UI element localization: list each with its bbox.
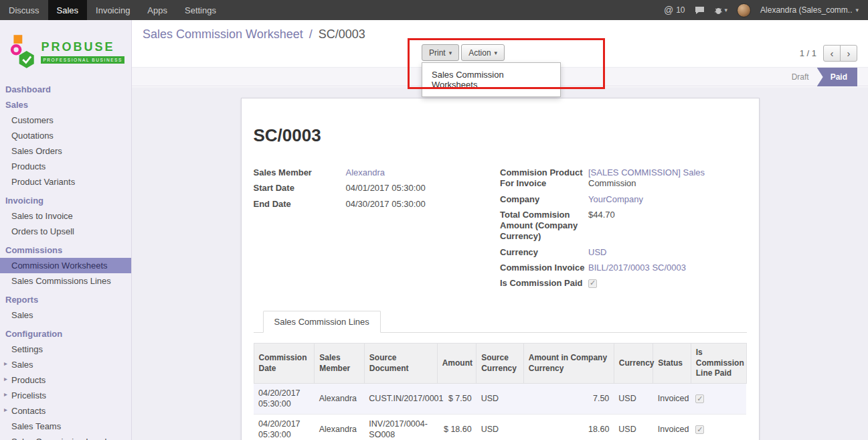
topbar-systray: @ 10 ▾ Alexandra (Sales_comm.. ▾ [664, 0, 868, 20]
sidebar-item-pricelists[interactable]: ▸Pricelists [0, 388, 131, 403]
column-header-amount[interactable]: Amount [437, 344, 476, 384]
messages-icon[interactable] [695, 6, 705, 15]
statusbar: Draft Paid [784, 68, 857, 86]
breadcrumb: Sales Commission Worksheet / SC/0003 [143, 27, 365, 42]
field-group-left: Sales Member Alexandra Start Date 04/01/… [254, 167, 501, 293]
cell-amount-company: 7.50 [523, 384, 614, 415]
status-paid-badge[interactable]: Paid [817, 68, 857, 86]
sidebar-item-quotations[interactable]: Quotations [0, 128, 131, 143]
status-draft[interactable]: Draft [784, 68, 817, 86]
tab-sales-commission-lines[interactable]: Sales Commission Lines [263, 311, 381, 333]
probuse-logo-icon [9, 32, 36, 71]
table-row[interactable]: 04/20/2017 05:30:00 Alexandra INV/2017/0… [254, 414, 746, 440]
top-menu-apps[interactable]: Apps [139, 0, 176, 20]
cell-amount: $ 18.60 [437, 414, 476, 440]
commission-invoice-link[interactable]: BILL/2017/0003 SC/0003 [588, 263, 686, 273]
sidebar-item-sales-commission-levels[interactable]: Sales Commission Levels [0, 434, 131, 440]
cell-commission-date: 04/20/2017 05:30:00 [254, 384, 315, 415]
form-view-container: SC/0003 Sales Member Alexandra Start Dat… [132, 87, 868, 440]
sidebar-item-config-products[interactable]: ▸Products [0, 372, 131, 388]
column-header-sales-member[interactable]: Sales Member [315, 344, 365, 384]
probuse-logo[interactable]: PROBUSE PROFESSIONAL BUSINESS [0, 20, 131, 80]
field-label: Currency [500, 247, 588, 258]
top-menu-settings[interactable]: Settings [176, 0, 225, 20]
pager-previous-button[interactable]: ‹ [823, 45, 841, 62]
sidebar-section-reports[interactable]: Reports [0, 292, 131, 307]
mention-count: 10 [676, 5, 685, 15]
action-button-label: Action [468, 48, 491, 58]
cell-line-paid [691, 384, 746, 415]
sidebar-item-sales-to-invoice[interactable]: Sales to Invoice [0, 208, 131, 224]
sidebar-item-orders-to-upsell[interactable]: Orders to Upsell [0, 224, 131, 239]
cell-source-document: CUST.IN/2017/0001 [364, 384, 437, 415]
notebook-tabs: Sales Commission Lines [254, 311, 747, 333]
is-commission-paid-checkbox [588, 279, 597, 288]
sidebar-item-commission-worksheets[interactable]: Commission Worksheets [0, 258, 131, 273]
total-commission-value: $44.70 [588, 210, 615, 220]
sidebar-section-commissions[interactable]: Commissions [0, 242, 131, 258]
sidebar-item-settings[interactable]: Settings [0, 342, 131, 357]
sidebar-item-sales-orders[interactable]: Sales Orders [0, 143, 131, 159]
sidebar-menu: Dashboard Sales Customers Quotations Sal… [0, 80, 131, 440]
top-navbar: Discuss Sales Invoicing Apps Settings @ … [0, 0, 868, 20]
sidebar-item-label: Products [11, 375, 46, 385]
sales-member-link[interactable]: Alexandra [346, 167, 385, 177]
column-header-source-currency[interactable]: Source Currency [476, 344, 524, 384]
cell-sales-member: Alexandra [315, 414, 365, 440]
column-header-currency[interactable]: Currency [614, 344, 653, 384]
column-header-commission-date[interactable]: Commission Date [254, 344, 315, 384]
sidebar-item-config-sales[interactable]: ▸Sales [0, 357, 131, 372]
pager-next-button[interactable]: › [840, 45, 857, 62]
start-date-value: 04/01/2017 05:30:00 [346, 183, 426, 194]
table-row[interactable]: 04/20/2017 05:30:00 Alexandra CUST.IN/20… [254, 384, 746, 415]
caret-right-icon: ▸ [4, 390, 7, 398]
cell-source-currency: USD [476, 384, 524, 415]
pager-value: 1 / 1 [800, 48, 816, 58]
cell-status: Invoiced [653, 414, 691, 440]
chat-bubble-icon [695, 6, 705, 15]
sidebar-item-label: Contacts [11, 406, 46, 416]
menu-item-sales-commission-worksheets[interactable]: Sales Commission Worksheets [422, 66, 560, 93]
field-label: Total Commision Amount (Company Currency… [500, 210, 588, 242]
debug-icon[interactable]: ▾ [714, 6, 728, 15]
sidebar-item-products[interactable]: Products [0, 159, 131, 174]
sidebar-item-sales[interactable]: Sales [0, 97, 131, 113]
currency-link[interactable]: USD [588, 247, 606, 257]
column-header-status[interactable]: Status [653, 344, 691, 384]
print-button[interactable]: Print ▾ [422, 44, 459, 61]
action-button[interactable]: Action ▾ [461, 44, 505, 61]
sidebar-section-invoicing[interactable]: Invoicing [0, 193, 131, 208]
logo-text: PROBUSE PROFESSIONAL BUSINESS [41, 40, 124, 64]
column-header-amount-company[interactable]: Amount in Company Currency [523, 344, 614, 384]
sidebar-item-product-variants[interactable]: Product Variants [0, 174, 131, 190]
user-name: Alexandra (Sales_comm.. [760, 5, 852, 15]
user-menu[interactable]: Alexandra (Sales_comm.. ▾ [760, 5, 859, 15]
sidebar-item-reports-sales[interactable]: Sales [0, 307, 131, 323]
end-date-value: 04/30/2017 05:30:00 [346, 199, 426, 210]
bug-icon [714, 6, 723, 15]
sidebar-item-sales-teams[interactable]: Sales Teams [0, 419, 131, 434]
top-menu-sales[interactable]: Sales [48, 0, 88, 20]
field-groups: Sales Member Alexandra Start Date 04/01/… [254, 167, 747, 293]
cell-sales-member: Alexandra [315, 384, 365, 415]
sidebar-item-customers[interactable]: Customers [0, 113, 131, 128]
column-header-line-paid[interactable]: Is Commission Line Paid [691, 344, 746, 384]
field-currency: Currency USD [500, 247, 747, 258]
field-end-date: End Date 04/30/2017 05:30:00 [254, 199, 501, 210]
column-header-source-document[interactable]: Source Document [364, 344, 437, 384]
sidebar-item-sales-commissions-lines[interactable]: Sales Commissions Lines [0, 273, 131, 289]
sidebar-item-dashboard[interactable]: Dashboard [0, 82, 131, 97]
breadcrumb-current: SC/0003 [319, 27, 365, 41]
user-avatar[interactable] [737, 3, 751, 17]
mentions-counter[interactable]: @ 10 [664, 5, 685, 15]
sidebar-section-configuration[interactable]: Configuration [0, 326, 131, 342]
sidebar-item-contacts[interactable]: ▸Contacts [0, 403, 131, 419]
commission-product-link[interactable]: [SALES COMMISSION] Sales [588, 167, 705, 177]
top-menu-discuss[interactable]: Discuss [0, 0, 48, 20]
caret-down-icon: ▾ [725, 7, 728, 13]
line-paid-checkbox [695, 394, 704, 403]
breadcrumb-parent[interactable]: Sales Commission Worksheet [143, 27, 303, 41]
cell-status: Invoiced [653, 384, 691, 415]
company-link[interactable]: YourCompany [588, 194, 643, 204]
top-menu-invoicing[interactable]: Invoicing [87, 0, 139, 20]
